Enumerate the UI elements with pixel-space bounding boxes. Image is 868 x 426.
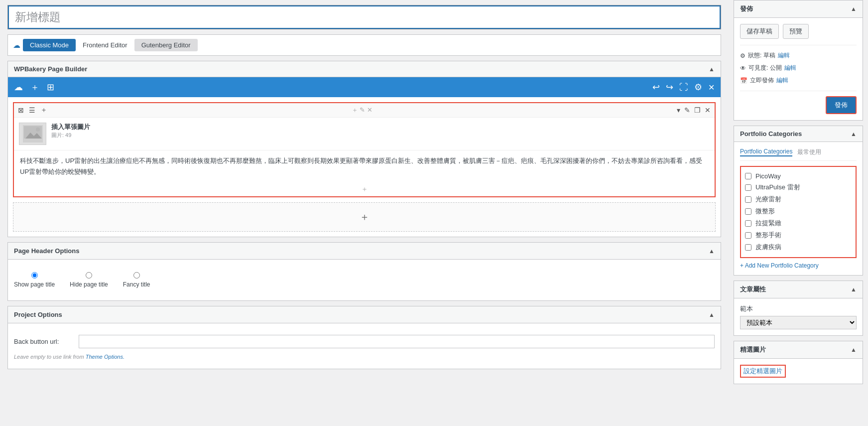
cat-checkbox-laser[interactable] bbox=[745, 196, 751, 203]
add-portfolio-category-link[interactable]: + Add New Portfolio Category bbox=[740, 262, 857, 269]
featured-image-header[interactable]: 精選圖片 ▲ bbox=[734, 341, 863, 359]
save-draft-button[interactable]: 儲存草稿 bbox=[740, 24, 779, 39]
publish-section: 發佈 ▲ 儲存草稿 預覽 ⚙ 狀態: 草稿 編輯 👁 可見度: 公開 編輯 bbox=[734, 0, 863, 121]
row-menu-button[interactable]: ☰ bbox=[29, 106, 35, 114]
cat-checkbox-surgery[interactable] bbox=[745, 232, 751, 239]
set-featured-image-link[interactable]: 設定精選圖片 bbox=[740, 365, 786, 378]
project-options-collapse-icon[interactable]: ▲ bbox=[709, 311, 715, 318]
row-add-button[interactable]: ＋ bbox=[40, 106, 47, 115]
row-clone-button[interactable]: ❐ bbox=[694, 106, 701, 114]
back-button-label: Back button url: bbox=[14, 338, 74, 345]
portfolio-categories-header[interactable]: Portfolio Categories ▲ bbox=[734, 126, 863, 142]
frontend-editor-button[interactable]: Frontend Editor bbox=[76, 39, 134, 51]
fancy-title-option[interactable]: Fancy title bbox=[123, 272, 150, 288]
row-delete-button[interactable]: ✕ bbox=[705, 106, 711, 114]
toolbar-redo-button[interactable]: ↪ bbox=[666, 82, 673, 93]
add-row-button[interactable]: ＋ bbox=[13, 202, 716, 232]
add-element-inside-button[interactable]: ＋ bbox=[14, 182, 715, 196]
featured-image-section: 精選圖片 ▲ 設定精選圖片 bbox=[734, 341, 863, 384]
publish-section-header[interactable]: 發佈 ▲ bbox=[734, 0, 863, 18]
template-select[interactable]: 預設範本 bbox=[740, 316, 857, 329]
article-attributes-section: 文章屬性 ▲ 範本 預設範本 bbox=[734, 281, 863, 336]
cat-checkbox-lift[interactable] bbox=[745, 220, 751, 227]
show-page-title-radio[interactable] bbox=[31, 272, 38, 279]
show-page-title-option[interactable]: Show page title bbox=[14, 272, 55, 288]
wpbakery-toolbar: ☁ ＋ ⊞ ↩ ↪ ⛶ ⚙ ✕ bbox=[8, 77, 721, 97]
back-button-row: Back button url: bbox=[14, 331, 715, 352]
featured-image-collapse-icon[interactable]: ▲ bbox=[851, 346, 857, 353]
post-title-input[interactable] bbox=[8, 5, 721, 29]
portfolio-categories-collapse-icon[interactable]: ▲ bbox=[851, 131, 857, 138]
row-dropdown-button[interactable]: ▾ bbox=[677, 106, 680, 114]
cat-label-picoway: PicoWay bbox=[755, 172, 781, 180]
cat-tab-all[interactable]: Portfolio Categories bbox=[740, 148, 792, 156]
gutenberg-editor-button[interactable]: Gutenberg Editor bbox=[134, 39, 198, 51]
toolbar-layout-button[interactable]: ⊞ bbox=[47, 82, 54, 93]
back-button-input[interactable] bbox=[79, 335, 715, 348]
cat-checkbox-filler[interactable] bbox=[745, 208, 751, 215]
project-options-header[interactable]: Project Options ▲ bbox=[8, 306, 721, 323]
element-title: 插入單張圖片 bbox=[51, 123, 90, 132]
classic-mode-button[interactable]: Classic Mode bbox=[23, 39, 76, 51]
cat-tab-recent[interactable]: 最常使用 bbox=[797, 148, 821, 156]
template-label: 範本 bbox=[740, 304, 857, 313]
cat-item-filler: 微整形 bbox=[745, 205, 852, 217]
toolbar-close-button[interactable]: ✕ bbox=[708, 83, 715, 92]
status-edit-link[interactable]: 編輯 bbox=[778, 51, 790, 60]
row-move-button[interactable]: ⊠ bbox=[18, 106, 24, 114]
toolbar-add-element-button[interactable]: ☁ bbox=[14, 82, 23, 93]
preview-button[interactable]: 預覽 bbox=[783, 24, 809, 39]
project-options-panel: Project Options ▲ Back button url: Leave… bbox=[7, 306, 721, 369]
fancy-title-radio[interactable] bbox=[133, 272, 140, 279]
portfolio-categories-title: Portfolio Categories bbox=[740, 130, 802, 138]
cat-checkbox-picoway[interactable] bbox=[745, 173, 751, 179]
cat-label-skin: 皮膚疾病 bbox=[755, 243, 781, 252]
toolbar-fullscreen-button[interactable]: ⛶ bbox=[679, 82, 688, 93]
portfolio-categories-body: Portfolio Categories 最常使用 PicoWay UltraP… bbox=[734, 142, 863, 275]
hide-page-title-option[interactable]: Hide page title bbox=[70, 272, 108, 288]
status-icon: ⚙ bbox=[740, 52, 745, 59]
wpbakery-header[interactable]: WPBakery Page Builder ▲ bbox=[8, 61, 721, 77]
article-attributes-header[interactable]: 文章屬性 ▲ bbox=[734, 281, 863, 298]
publish-button[interactable]: 發佈 bbox=[826, 96, 857, 114]
featured-image-title: 精選圖片 bbox=[740, 345, 766, 354]
publish-section-title: 發佈 bbox=[740, 4, 753, 13]
toolbar-undo-button[interactable]: ↩ bbox=[652, 82, 660, 93]
hide-page-title-radio[interactable] bbox=[86, 272, 92, 279]
cat-checkbox-skin[interactable] bbox=[745, 244, 751, 251]
wpbakery-collapse-icon[interactable]: ▲ bbox=[709, 66, 715, 73]
svg-point-3 bbox=[36, 128, 40, 132]
schedule-icon: 📅 bbox=[740, 77, 747, 84]
page-header-collapse-icon[interactable]: ▲ bbox=[709, 248, 715, 255]
cat-item-surgery: 整形手術 bbox=[745, 229, 852, 241]
visibility-info: 👁 可見度: 公開 編輯 bbox=[740, 62, 857, 74]
article-attributes-body: 範本 預設範本 bbox=[734, 298, 863, 335]
fancy-title-label: Fancy title bbox=[123, 281, 150, 288]
element-row: 插入單張圖片 圖片: 49 bbox=[14, 118, 715, 150]
article-attributes-collapse-icon[interactable]: ▲ bbox=[851, 286, 857, 293]
cat-label-lift: 拉提緊緻 bbox=[755, 219, 781, 228]
back-button-hint: Leave empty to use link from Theme Optio… bbox=[14, 352, 715, 361]
toolbar-add-button[interactable]: ＋ bbox=[30, 81, 39, 93]
cat-item-ultrapulse: UltraPulse 雷射 bbox=[745, 181, 852, 193]
page-header-options-body: Show page title Hide page title Fancy ti… bbox=[8, 260, 721, 300]
schedule-edit-link[interactable]: 編輯 bbox=[776, 76, 788, 85]
publish-section-body: 儲存草稿 預覽 ⚙ 狀態: 草稿 編輯 👁 可見度: 公開 編輯 📅 立即發佈 bbox=[734, 18, 863, 120]
cat-item-laser: 光療雷射 bbox=[745, 193, 852, 205]
visibility-edit-link[interactable]: 編輯 bbox=[784, 64, 796, 72]
theme-options-link[interactable]: Theme Options. bbox=[86, 354, 124, 360]
content-text: 科技不斷進步，UP雷射的出生讓治療痘疤不再無感，同時術後恢復期也不再那麼難熬，臨… bbox=[14, 150, 715, 182]
page-header-options-title: Page Header Options bbox=[14, 247, 79, 255]
page-header-options-panel: Page Header Options ▲ Show page title Hi… bbox=[7, 242, 721, 301]
cat-label-filler: 微整形 bbox=[755, 207, 775, 216]
row-edit-button[interactable]: ✎ bbox=[684, 106, 690, 114]
publish-collapse-icon[interactable]: ▲ bbox=[851, 5, 857, 12]
cat-checkbox-ultrapulse[interactable] bbox=[745, 184, 751, 191]
wpbakery-title: WPBakery Page Builder bbox=[14, 65, 87, 73]
toolbar-settings-button[interactable]: ⚙ bbox=[694, 82, 702, 93]
cat-item-picoway: PicoWay bbox=[745, 171, 852, 181]
category-list: PicoWay UltraPulse 雷射 光療雷射 微整形 bbox=[740, 166, 857, 258]
project-options-title: Project Options bbox=[14, 311, 62, 318]
element-subtitle: 圖片: 49 bbox=[51, 132, 90, 139]
page-header-options-header[interactable]: Page Header Options ▲ bbox=[8, 243, 721, 260]
